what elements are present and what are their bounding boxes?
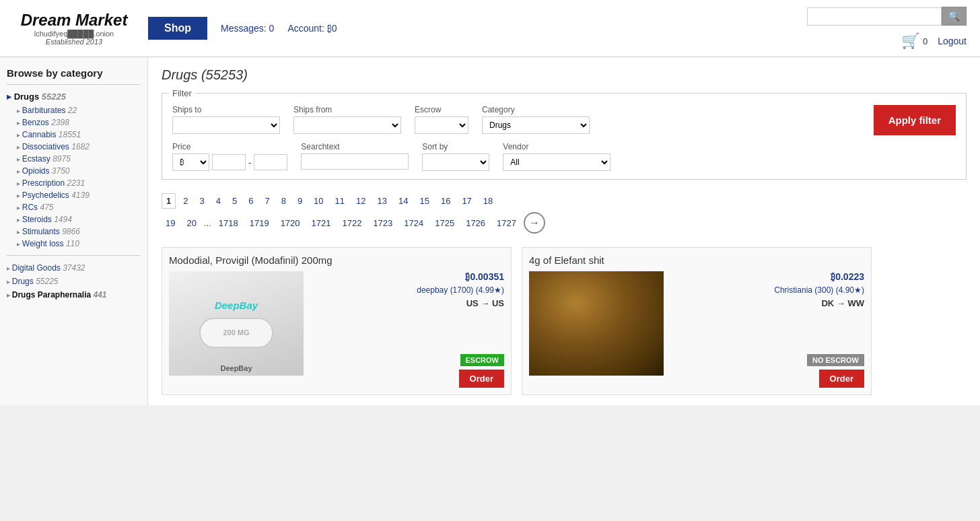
logout-link[interactable]: Logout: [938, 36, 967, 46]
page-link[interactable]: 13: [374, 194, 391, 208]
sidebar-sub-link[interactable]: Opioids 3750: [17, 166, 70, 176]
page-link[interactable]: 1723: [369, 216, 396, 230]
product-info: ₿0.0223 Christiania (300) (4.90★) DK → W…: [670, 271, 864, 388]
page-link[interactable]: 7: [260, 194, 273, 208]
product-image: [529, 271, 664, 376]
sidebar-sub-item[interactable]: Cannabis 18551: [17, 129, 141, 139]
product-vendor[interactable]: Christiania (300) (4.90★): [774, 285, 864, 295]
page-link[interactable]: 17: [458, 194, 475, 208]
searchtext-label: Searchtext: [301, 142, 409, 151]
sidebar-sub-item[interactable]: Dissociatives 1682: [17, 141, 141, 151]
sidebar-sub-link[interactable]: RCs 475: [17, 203, 53, 212]
sidebar-bottom-item[interactable]: Drugs Paraphernalia 441: [7, 289, 141, 300]
page-link[interactable]: 1727: [493, 216, 520, 230]
sidebar-sub-item[interactable]: Weight loss 110: [17, 238, 141, 248]
product-grid: Mododial, Provigil (Modafinil) 200mg Dee…: [162, 247, 967, 395]
price-min-input[interactable]: [212, 154, 246, 170]
page-link[interactable]: 20: [182, 216, 200, 230]
sidebar-sub-link[interactable]: Psychedelics 4139: [17, 190, 90, 200]
page-link[interactable]: 1726: [462, 216, 489, 230]
searchtext-input[interactable]: [301, 153, 409, 170]
sidebar-sub-link[interactable]: Benzos 2398: [17, 118, 69, 127]
page-link[interactable]: 11: [331, 194, 349, 208]
page-link[interactable]: 1720: [277, 216, 304, 230]
sidebar-sub-item[interactable]: Prescription 2231: [17, 178, 141, 188]
ships-to-select[interactable]: [172, 116, 280, 134]
vendor-select[interactable]: All: [503, 153, 610, 171]
page-link[interactable]: 18: [479, 194, 497, 208]
sidebar-sub-link[interactable]: Ecstasy 8975: [17, 154, 71, 164]
main-layout: Browse by category Drugs 55225 Barbitura…: [0, 57, 980, 405]
page-link[interactable]: 5: [228, 194, 241, 208]
category-select[interactable]: Drugs: [482, 116, 590, 134]
page-link[interactable]: 15: [415, 194, 433, 208]
sidebar-bottom-link[interactable]: Drugs Paraphernalia 441: [7, 290, 107, 300]
header: Dream Market lchudifyeq█████.onion Estab…: [0, 0, 980, 57]
search-input[interactable]: [807, 7, 942, 26]
sidebar-sub-link[interactable]: Stimulants 9866: [17, 227, 80, 236]
sidebar-sub-item[interactable]: Opioids 3750: [17, 166, 141, 176]
vendor-label: Vendor: [503, 142, 610, 151]
page-ellipsis: ...: [204, 218, 211, 228]
search-button[interactable]: 🔍: [942, 7, 967, 26]
sidebar-sub-item[interactable]: Barbiturates 22: [17, 105, 141, 115]
order-button[interactable]: Order: [819, 370, 864, 388]
shop-button[interactable]: Shop: [148, 17, 207, 40]
sidebar-sub-item[interactable]: Steroids 1494: [17, 214, 141, 224]
page-link[interactable]: 6: [244, 194, 257, 208]
page-link[interactable]: 1721: [308, 216, 335, 230]
price-max-input[interactable]: [254, 154, 287, 170]
sidebar-sub-item[interactable]: Psychedelics 4139: [17, 190, 141, 200]
sidebar-bottom-list: Digital Goods 37432Drugs 55225Drugs Para…: [7, 263, 141, 300]
page-link[interactable]: 1725: [431, 216, 458, 230]
messages-count: 0: [269, 23, 275, 34]
sidebar-sub-link[interactable]: Prescription 2231: [17, 178, 85, 188]
cart-area[interactable]: 🛒 0: [901, 32, 928, 50]
sort-by-select[interactable]: [422, 153, 489, 171]
price-currency-select[interactable]: ₿: [172, 153, 209, 171]
sidebar-sub-item[interactable]: Benzos 2398: [17, 117, 141, 127]
page-link[interactable]: 8: [277, 194, 290, 208]
sidebar-sub-link[interactable]: Cannabis 18551: [17, 130, 81, 139]
page-link[interactable]: 10: [310, 194, 327, 208]
product-info: ₿0.00351 deepbay (1700) (4.99★) US → US …: [310, 271, 504, 388]
logo-area: Dream Market lchudifyeq█████.onion Estab…: [13, 11, 135, 46]
account-link[interactable]: Account: ₿0: [287, 23, 337, 34]
sidebar-sub-link[interactable]: Weight loss 110: [17, 239, 79, 248]
sort-by-label: Sort by: [422, 142, 489, 151]
sidebar-bottom-item[interactable]: Drugs 55225: [7, 276, 141, 286]
sidebar-bottom-link[interactable]: Digital Goods 37432: [7, 263, 85, 273]
escrow-select[interactable]: [415, 116, 468, 134]
sidebar-bottom-link[interactable]: Drugs 55225: [7, 277, 59, 286]
sidebar-sub-item[interactable]: RCs 475: [17, 202, 141, 212]
sidebar-sub-link[interactable]: Dissociatives 1682: [17, 142, 90, 151]
price-group: Price ₿ -: [172, 142, 287, 171]
page-link[interactable]: 1718: [215, 216, 242, 230]
apply-filter-button[interactable]: Apply filter: [874, 105, 956, 135]
order-button[interactable]: Order: [459, 370, 504, 388]
search-bar: 🔍: [807, 7, 967, 26]
product-vendor[interactable]: deepbay (1700) (4.99★): [417, 285, 504, 295]
sidebar-sub-link[interactable]: Steroids 1494: [17, 215, 72, 224]
page-link[interactable]: 16: [437, 194, 454, 208]
page-link[interactable]: 1724: [400, 216, 427, 230]
page-link[interactable]: 9: [293, 194, 306, 208]
sidebar-sub-item[interactable]: Ecstasy 8975: [17, 153, 141, 164]
messages-link[interactable]: Messages: 0: [221, 23, 274, 34]
page-link[interactable]: 1719: [246, 216, 273, 230]
pagination-next-button[interactable]: →: [524, 212, 545, 234]
page-link[interactable]: 1: [162, 193, 176, 209]
page-link[interactable]: 1722: [338, 216, 365, 230]
sidebar-sub-link[interactable]: Barbiturates 22: [17, 106, 77, 115]
page-link[interactable]: 2: [179, 194, 192, 208]
page-link[interactable]: 4: [212, 194, 225, 208]
page-link[interactable]: 19: [162, 216, 179, 230]
sidebar-main-category[interactable]: Drugs 55225: [7, 92, 141, 102]
sidebar-bottom-item[interactable]: Digital Goods 37432: [7, 263, 141, 273]
ships-from-select[interactable]: [293, 116, 401, 134]
page-link[interactable]: 3: [195, 194, 208, 208]
sidebar-sub-item[interactable]: Stimulants 9866: [17, 226, 141, 236]
page-link[interactable]: 14: [394, 194, 412, 208]
category-group: Category Drugs: [482, 105, 590, 134]
page-link[interactable]: 12: [352, 194, 370, 208]
